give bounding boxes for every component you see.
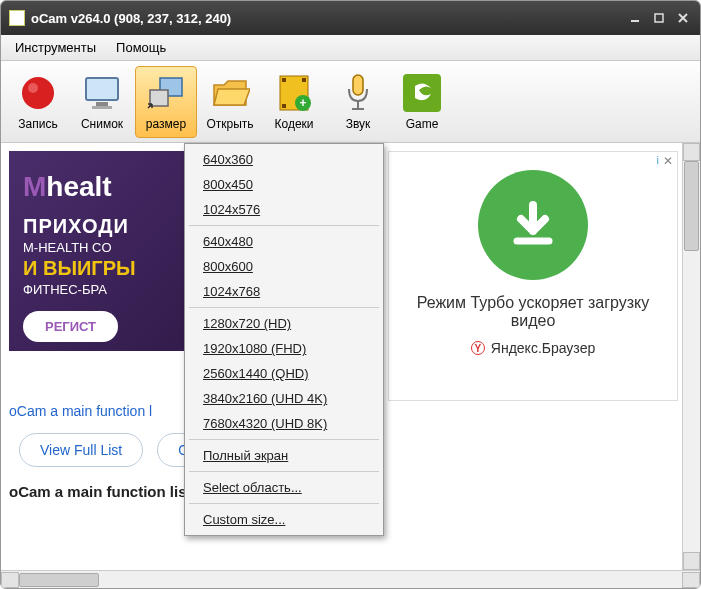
size-option[interactable]: 640x480: [185, 229, 383, 254]
section-heading: oCam a main function list: [9, 483, 192, 500]
function-list-link[interactable]: oCam a main function l: [9, 403, 152, 419]
size-option[interactable]: 800x600: [185, 254, 383, 279]
menu-separator: [189, 307, 379, 308]
size-dropdown-menu: 640x360 800x450 1024x576 640x480 800x600…: [184, 143, 384, 536]
ad-register-button[interactable]: РЕГИСТ: [23, 311, 118, 342]
menu-separator: [189, 503, 379, 504]
svg-rect-18: [353, 75, 363, 95]
ad-brand: Y Яндекс.Браузер: [471, 340, 595, 356]
menubar: Инструменты Помощь: [1, 35, 700, 61]
vertical-scrollbar[interactable]: [682, 143, 700, 570]
horizontal-scroll-thumb[interactable]: [19, 573, 99, 587]
menu-help[interactable]: Помощь: [106, 37, 176, 58]
menu-separator: [189, 471, 379, 472]
svg-rect-1: [655, 14, 663, 22]
ad-info-icon[interactable]: i: [657, 154, 659, 166]
scroll-down-button[interactable]: [683, 552, 700, 570]
svg-point-4: [22, 77, 54, 109]
size-option[interactable]: 3840x2160 (UHD 4K): [185, 386, 383, 411]
ad-text: Режим Турбо ускоряет загрузку видео: [403, 294, 663, 330]
menu-separator: [189, 439, 379, 440]
svg-rect-12: [282, 78, 286, 82]
resize-icon: [146, 73, 186, 113]
size-option[interactable]: 7680x4320 (UHD 8K): [185, 411, 383, 436]
open-button[interactable]: Открыть: [199, 66, 261, 138]
svg-text:+: +: [299, 96, 306, 110]
custom-size-option[interactable]: Custom size...: [185, 507, 383, 532]
film-icon: +: [274, 73, 314, 113]
svg-rect-10: [150, 90, 168, 106]
scroll-right-button[interactable]: [682, 572, 700, 588]
scroll-up-button[interactable]: [683, 143, 700, 161]
button-row: View Full List O: [19, 433, 210, 467]
minimize-button[interactable]: [626, 9, 644, 27]
size-option[interactable]: 1280x720 (HD): [185, 311, 383, 336]
microphone-icon: [338, 73, 378, 113]
maximize-button[interactable]: [650, 9, 668, 27]
sound-button[interactable]: Звук: [327, 66, 389, 138]
svg-rect-7: [96, 102, 108, 106]
menu-tools[interactable]: Инструменты: [5, 37, 106, 58]
toolbar: Запись Снимок размер Открыть + Кодеки Зв…: [1, 61, 700, 143]
svg-rect-8: [92, 106, 112, 109]
window-title: oCam v264.0 (908, 237, 312, 240): [31, 11, 231, 26]
yandex-icon: Y: [471, 341, 485, 355]
monitor-icon: [82, 73, 122, 113]
svg-rect-21: [403, 74, 441, 112]
svg-rect-13: [302, 78, 306, 82]
svg-rect-14: [282, 104, 286, 108]
menu-separator: [189, 225, 379, 226]
size-option[interactable]: 2560x1440 (QHD): [185, 361, 383, 386]
snapshot-button[interactable]: Снимок: [71, 66, 133, 138]
record-icon: [18, 73, 58, 113]
app-icon: [9, 10, 25, 26]
select-area-option[interactable]: Select область...: [185, 475, 383, 500]
svg-point-5: [28, 83, 38, 93]
vertical-scroll-thumb[interactable]: [684, 161, 699, 251]
codecs-button[interactable]: + Кодеки: [263, 66, 325, 138]
size-button[interactable]: размер: [135, 66, 197, 138]
size-option[interactable]: 800x450: [185, 172, 383, 197]
folder-icon: [210, 73, 250, 113]
ad-close-icon[interactable]: ✕: [663, 154, 673, 168]
game-button[interactable]: Game: [391, 66, 453, 138]
close-button[interactable]: [674, 9, 692, 27]
size-option[interactable]: 1024x576: [185, 197, 383, 222]
record-button[interactable]: Запись: [7, 66, 69, 138]
download-icon: [478, 170, 588, 280]
nvidia-icon: [402, 73, 442, 113]
svg-rect-6: [86, 78, 118, 100]
horizontal-scrollbar[interactable]: [1, 570, 700, 588]
view-full-list-button[interactable]: View Full List: [19, 433, 143, 467]
scroll-left-button[interactable]: [1, 572, 19, 588]
titlebar: oCam v264.0 (908, 237, 312, 240): [1, 1, 700, 35]
right-ad-banner[interactable]: i ✕ Режим Турбо ускоряет загрузку видео …: [388, 151, 678, 401]
fullscreen-option[interactable]: Полный экран: [185, 443, 383, 468]
app-window: oCam v264.0 (908, 237, 312, 240) Инструм…: [0, 0, 701, 589]
size-option[interactable]: 640x360: [185, 147, 383, 172]
size-option[interactable]: 1920x1080 (FHD): [185, 336, 383, 361]
size-option[interactable]: 1024x768: [185, 279, 383, 304]
